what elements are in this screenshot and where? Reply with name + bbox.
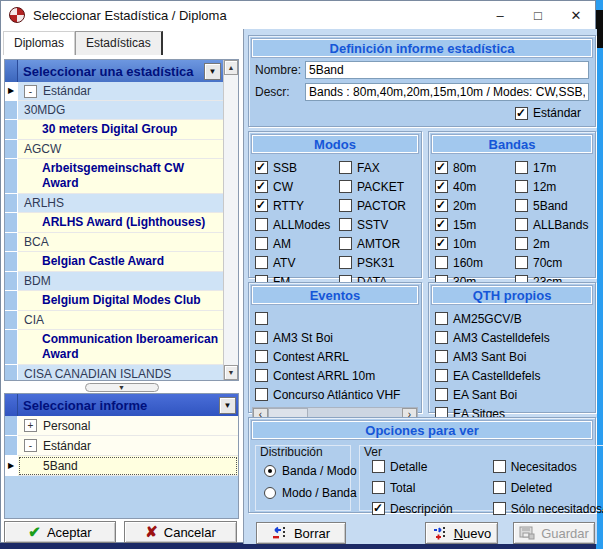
band-checkbox[interactable] — [515, 218, 528, 231]
mode-item[interactable]: ALLModes — [251, 215, 335, 234]
report-row[interactable]: -Estándar — [5, 436, 238, 456]
tab-estadisticas[interactable]: Estadísticas — [75, 31, 163, 55]
band-checkbox[interactable] — [515, 237, 528, 250]
statistic-row[interactable]: CISA CANADIAN ISLANDS — [5, 365, 223, 380]
band-item[interactable]: ALLBands — [511, 215, 588, 234]
cancel-button[interactable]: ✘ Cancelar — [124, 521, 237, 543]
statistic-row[interactable]: ARLHS Award (Lighthouses) — [5, 213, 223, 233]
mode-item[interactable]: AM — [251, 234, 335, 253]
statistic-dropdown-button[interactable]: ▼ — [204, 63, 221, 80]
mode-checkbox[interactable] — [255, 237, 268, 250]
event-checkbox[interactable] — [255, 369, 268, 382]
mode-checkbox[interactable] — [255, 218, 268, 231]
band-item[interactable]: 10m — [431, 234, 511, 253]
event-checkbox[interactable] — [255, 331, 268, 344]
band-item[interactable]: 17m — [511, 158, 588, 177]
band-item[interactable]: 160m — [431, 253, 511, 272]
mode-item[interactable]: PACTOR — [335, 196, 406, 215]
view-option-checkbox[interactable] — [493, 460, 506, 473]
qth-checkbox[interactable] — [435, 350, 448, 363]
band-item[interactable]: 80m — [431, 158, 511, 177]
report-row[interactable]: ▶5Band — [5, 456, 238, 476]
expand-toggle[interactable]: - — [24, 439, 37, 452]
mode-item[interactable]: SSB — [251, 158, 335, 177]
event-checkbox[interactable] — [255, 388, 268, 401]
title-bar[interactable]: Seleccionar Estadística / Diploma – □ ✕ — [1, 1, 595, 29]
statistic-row[interactable]: Arbeitsgemeinschaft CW Award — [5, 159, 223, 194]
statistic-row-label-cell[interactable]: ARLHS Award (Lighthouses) — [18, 213, 223, 233]
radio-button[interactable] — [264, 465, 276, 477]
mode-checkbox[interactable] — [339, 218, 352, 231]
report-row-label-cell[interactable]: +Personal — [18, 416, 238, 436]
view-option-item[interactable]: Total — [368, 477, 453, 498]
statistic-row-label-cell[interactable]: 30 meters Digital Group — [18, 120, 223, 140]
band-item[interactable]: 12m — [511, 177, 588, 196]
statistic-row[interactable]: AGCW — [5, 140, 223, 159]
scroll-up-icon[interactable]: ▲ — [224, 60, 238, 75]
statistic-row-label-cell[interactable]: CISA CANADIAN ISLANDS — [18, 365, 223, 380]
save-button[interactable]: Guardar — [513, 522, 595, 544]
mode-item[interactable]: PSK31 — [335, 253, 406, 272]
qth-checkbox[interactable] — [435, 369, 448, 382]
statistic-row[interactable]: BDM — [5, 272, 223, 291]
close-icon[interactable]: ✕ — [557, 1, 595, 29]
band-checkbox[interactable] — [435, 161, 448, 174]
statistic-row-label-cell[interactable]: 30MDG — [18, 101, 223, 120]
mode-checkbox[interactable] — [255, 256, 268, 269]
event-item[interactable]: Concurso Atlántico VHF — [251, 385, 419, 404]
splitter-collapse-button[interactable]: ▼ — [85, 383, 159, 392]
statistic-row[interactable]: 30 meters Digital Group — [5, 120, 223, 140]
statistic-row-label-cell[interactable]: Arbeitsgemeinschaft CW Award — [18, 159, 223, 194]
statistic-row-label-cell[interactable]: CIA — [18, 311, 223, 330]
statistic-row-label-cell[interactable]: AGCW — [18, 140, 223, 159]
view-option-checkbox[interactable] — [493, 502, 506, 515]
band-checkbox[interactable] — [515, 161, 528, 174]
band-checkbox[interactable] — [515, 199, 528, 212]
statistic-row-label-cell[interactable]: ARLHS — [18, 194, 223, 213]
report-row-label-cell[interactable]: 5Band — [18, 456, 238, 476]
mode-checkbox[interactable] — [339, 256, 352, 269]
band-checkbox[interactable] — [515, 180, 528, 193]
band-checkbox[interactable] — [435, 199, 448, 212]
qth-item[interactable]: EA Castelldefels — [431, 366, 593, 385]
mode-checkbox[interactable] — [339, 161, 352, 174]
view-option-item[interactable]: Sólo necesitados/as — [489, 498, 603, 519]
band-checkbox[interactable] — [435, 180, 448, 193]
accept-button[interactable]: ✔ Aceptar — [4, 521, 116, 543]
band-item[interactable]: 20m — [431, 196, 511, 215]
band-item[interactable]: 70cm — [511, 253, 588, 272]
statistic-vscrollbar[interactable]: ▲ ▼ — [223, 60, 238, 380]
mode-item[interactable]: CW — [251, 177, 335, 196]
statistic-row[interactable]: Belgium Digital Modes Club — [5, 291, 223, 311]
qth-item[interactable]: AM3 Castelldefels — [431, 328, 593, 347]
mode-item[interactable]: ATV — [251, 253, 335, 272]
band-item[interactable]: 40m — [431, 177, 511, 196]
radio-button[interactable] — [264, 487, 276, 499]
qth-checkbox[interactable] — [435, 388, 448, 401]
view-option-checkbox[interactable] — [372, 481, 385, 494]
statistic-row-label-cell[interactable]: Belgium Digital Modes Club — [18, 291, 223, 311]
mode-item[interactable]: PACKET — [335, 177, 406, 196]
mode-item[interactable]: RTTY — [251, 196, 335, 215]
qth-item[interactable]: AM25GCV/B — [431, 309, 593, 328]
panel-splitter[interactable]: ▼ — [4, 381, 239, 393]
qth-item[interactable]: EA Sant Boi — [431, 385, 593, 404]
view-option-checkbox[interactable] — [493, 481, 506, 494]
mode-checkbox[interactable] — [339, 199, 352, 212]
event-checkbox[interactable] — [255, 350, 268, 363]
event-item[interactable]: Contest ARRL — [251, 347, 419, 366]
name-input[interactable] — [305, 61, 589, 79]
distribution-option[interactable]: Modo / Banda — [264, 486, 342, 500]
statistic-row-label-cell[interactable]: -Estándar — [18, 82, 223, 101]
statistic-row[interactable]: 30MDG — [5, 101, 223, 120]
mode-item[interactable]: AMTOR — [335, 234, 406, 253]
band-item[interactable]: 15m — [431, 215, 511, 234]
qth-item[interactable]: AM3 Sant Boi — [431, 347, 593, 366]
descr-input[interactable] — [305, 83, 589, 101]
statistic-row[interactable]: CIA — [5, 311, 223, 330]
report-row[interactable]: +Personal — [5, 416, 238, 436]
event-item[interactable]: AM3 St Boi — [251, 328, 419, 347]
view-option-item[interactable]: Deleted — [489, 477, 603, 498]
qth-checkbox[interactable] — [435, 331, 448, 344]
scroll-down-icon[interactable]: ▼ — [224, 365, 238, 380]
